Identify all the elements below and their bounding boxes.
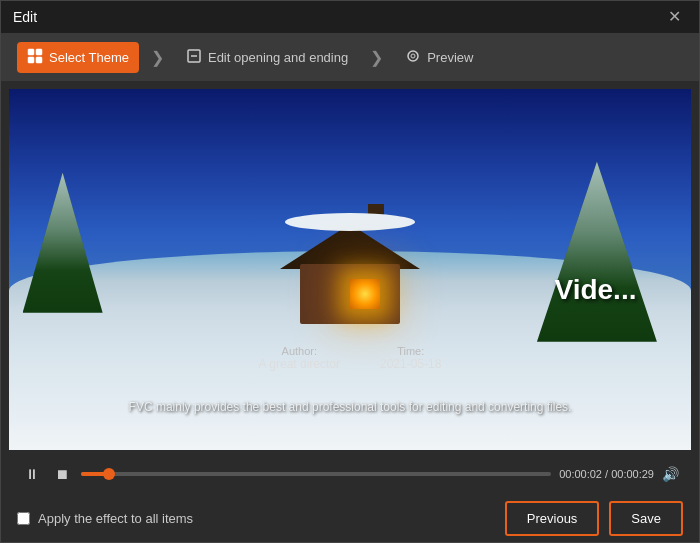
total-time: 00:00:29	[611, 468, 654, 480]
video-info-overlay: Author: A great director Time: 2021-05-1…	[259, 345, 442, 371]
title-bar: Edit ✕	[1, 1, 699, 33]
svg-rect-0	[28, 49, 34, 55]
toolbar-preview[interactable]: Preview	[395, 42, 483, 73]
video-title-overlay: Vide...	[554, 274, 636, 306]
previous-button[interactable]: Previous	[505, 501, 600, 536]
snow-roof	[285, 213, 415, 231]
toolbar-sep-2: ❯	[370, 48, 383, 67]
edit-window: Edit ✕ Select Theme ❯ E	[0, 0, 700, 543]
progress-bar[interactable]	[81, 472, 551, 476]
tree-snow	[23, 173, 103, 313]
window-title: Edit	[13, 9, 37, 25]
progress-thumb	[103, 468, 115, 480]
controls-bar: ⏸ ⏹ 00:00:02 / 00:00:29 🔊	[9, 454, 691, 494]
author-col: Author: A great director	[259, 345, 340, 371]
bottom-buttons: Previous Save	[505, 501, 683, 536]
video-description: FVC mainly provides the best and profess…	[129, 400, 572, 414]
author-value: A great director	[259, 357, 340, 371]
cabin	[280, 224, 420, 324]
save-button[interactable]: Save	[609, 501, 683, 536]
time-col: Time: 2021-05-18	[380, 345, 441, 371]
select-theme-label: Select Theme	[49, 50, 129, 65]
cabin-window	[350, 279, 380, 309]
volume-button[interactable]: 🔊	[662, 466, 679, 482]
current-time: 00:00:02	[559, 468, 602, 480]
stop-button[interactable]: ⏹	[51, 465, 73, 483]
time-sep: /	[605, 468, 608, 480]
toolbar-select-theme[interactable]: Select Theme	[17, 42, 139, 73]
time-value: 2021-05-18	[380, 357, 441, 371]
author-label: Author:	[259, 345, 340, 357]
svg-rect-2	[28, 57, 34, 63]
svg-point-7	[411, 54, 415, 58]
theme-icon	[27, 48, 43, 67]
svg-rect-3	[36, 57, 42, 63]
edit-opening-label: Edit opening and ending	[208, 50, 348, 65]
video-background: Vide... Author: A great director Time: 2…	[9, 89, 691, 450]
svg-point-6	[408, 51, 418, 61]
preview-label: Preview	[427, 50, 473, 65]
edit-icon	[186, 48, 202, 67]
bottom-bar: Apply the effect to all items Previous S…	[1, 494, 699, 542]
close-button[interactable]: ✕	[662, 7, 687, 27]
apply-all-area: Apply the effect to all items	[17, 511, 193, 526]
apply-all-checkbox[interactable]	[17, 512, 30, 525]
tree-snow-right	[537, 162, 657, 342]
time-label: Time:	[380, 345, 441, 357]
cabin-body	[300, 264, 400, 324]
preview-icon	[405, 48, 421, 67]
svg-rect-1	[36, 49, 42, 55]
toolbar-sep-1: ❯	[151, 48, 164, 67]
tree-right	[537, 162, 657, 342]
tree-left	[23, 173, 103, 313]
toolbar-edit-opening[interactable]: Edit opening and ending	[176, 42, 358, 73]
toolbar: Select Theme ❯ Edit opening and ending ❯…	[1, 33, 699, 81]
apply-all-label: Apply the effect to all items	[38, 511, 193, 526]
pause-button[interactable]: ⏸	[21, 465, 43, 483]
video-preview: Vide... Author: A great director Time: 2…	[9, 89, 691, 450]
time-display: 00:00:02 / 00:00:29	[559, 468, 654, 480]
